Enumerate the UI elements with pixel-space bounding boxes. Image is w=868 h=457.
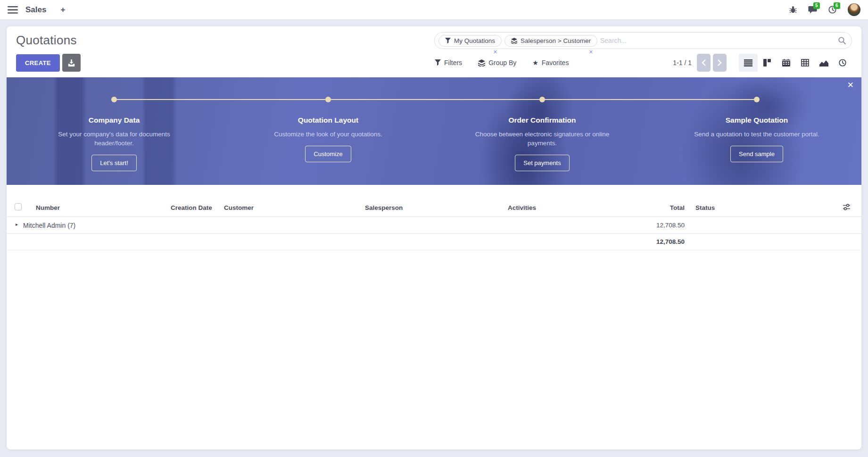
timeline-dot: [111, 97, 117, 102]
add-tab-icon[interactable]: +: [60, 5, 65, 15]
facet-remove-icon[interactable]: ✕: [589, 49, 593, 55]
search-icon[interactable]: [838, 37, 846, 44]
group-row-mitchell-admin[interactable]: ▸ Mitchell Admin (7) 12,708.50: [7, 217, 861, 234]
view-switcher: [739, 54, 852, 72]
group-total: 12,708.50: [656, 222, 685, 229]
search-facet-groupby[interactable]: Salesperson > Customer ✕: [504, 35, 597, 47]
filters-button[interactable]: Filters: [435, 59, 462, 66]
select-all-checkbox[interactable]: [15, 203, 22, 210]
filter-funnel-icon: [435, 59, 441, 66]
onboarding-timeline: [114, 99, 757, 100]
view-graph-icon[interactable]: [814, 54, 833, 72]
list-footer-row: 12,708.50: [7, 234, 861, 250]
facet-label: My Quotations: [454, 37, 495, 44]
filters-label: Filters: [444, 59, 462, 66]
step-title: Sample Quotation: [686, 116, 827, 125]
timeline-dot: [754, 97, 760, 102]
customize-button[interactable]: Customize: [305, 146, 351, 162]
import-button[interactable]: [62, 54, 81, 72]
column-header-number[interactable]: Number: [36, 204, 60, 211]
search-facet-my-quotations[interactable]: My Quotations ✕: [438, 35, 502, 47]
step-title: Company Data: [43, 116, 185, 125]
download-icon: [68, 59, 75, 66]
view-kanban-icon[interactable]: [758, 54, 777, 72]
step-description: Set your company's data for documents he…: [43, 130, 185, 148]
group-label: Mitchell Admin (7): [23, 222, 75, 229]
debug-bug-icon[interactable]: [789, 6, 797, 14]
lets-start-button[interactable]: Let's start!: [91, 155, 137, 171]
pager-previous-button[interactable]: [697, 54, 711, 72]
view-pivot-icon[interactable]: [795, 54, 814, 72]
timeline-dot: [325, 97, 331, 102]
onboarding-step-sample-quotation: Sample Quotation Send a quotation to tes…: [686, 116, 827, 162]
search-bar[interactable]: My Quotations ✕ Salesperson > Customer ✕: [434, 32, 852, 49]
layers-icon: [478, 59, 485, 66]
star-icon: ★: [532, 59, 538, 66]
banner-close-icon[interactable]: ✕: [847, 81, 854, 89]
quotations-list: Number Creation Date Customer Salesperso…: [7, 199, 861, 250]
main-content-card: Quotations My Quotations ✕ Salesperson >…: [7, 26, 861, 449]
onboarding-banner: ✕ Company Data Set your company's data f…: [7, 77, 861, 185]
list-header-row: Number Creation Date Customer Salesperso…: [7, 199, 861, 217]
messages-count-badge: 5: [813, 2, 820, 9]
create-button[interactable]: CREATE: [16, 54, 60, 72]
group-expand-caret-icon[interactable]: ▸: [16, 222, 18, 227]
send-sample-button[interactable]: Send sample: [730, 146, 783, 162]
facet-label: Salesperson > Customer: [521, 37, 591, 44]
footer-total: 12,708.50: [656, 238, 685, 245]
control-panel: Quotations My Quotations ✕ Salesperson >…: [7, 26, 861, 72]
optional-columns-icon[interactable]: [843, 204, 850, 210]
top-navbar: Sales + 5 6: [0, 0, 868, 19]
page-title: Quotations: [16, 33, 77, 48]
set-payments-button[interactable]: Set payments: [515, 155, 570, 171]
column-header-creation-date[interactable]: Creation Date: [171, 204, 212, 211]
favorites-label: Favorites: [542, 59, 569, 66]
facet-remove-icon[interactable]: ✕: [493, 49, 497, 55]
view-calendar-icon[interactable]: [777, 54, 795, 72]
step-description: Choose between electronic signatures or …: [471, 130, 613, 148]
step-title: Quotation Layout: [257, 116, 399, 125]
filter-funnel-icon: [445, 38, 451, 44]
pager-range: 1-1 / 1: [673, 59, 692, 66]
hamburger-menu-icon[interactable]: [8, 6, 18, 14]
pager: 1-1 / 1: [673, 54, 727, 72]
step-description: Customize the look of your quotations.: [257, 130, 399, 139]
column-header-customer[interactable]: Customer: [224, 204, 254, 211]
view-activity-icon[interactable]: [833, 54, 852, 72]
favorites-button[interactable]: ★ Favorites: [532, 59, 569, 66]
view-list-icon[interactable]: [739, 54, 758, 72]
pager-next-button[interactable]: [713, 54, 727, 72]
activities-clock-icon[interactable]: 6: [828, 6, 836, 14]
user-avatar[interactable]: [848, 3, 860, 16]
messages-icon[interactable]: 5: [808, 6, 817, 14]
layers-icon: [511, 38, 517, 44]
onboarding-step-quotation-layout: Quotation Layout Customize the look of y…: [257, 116, 399, 162]
column-header-activities[interactable]: Activities: [508, 204, 536, 211]
app-menu-sales[interactable]: Sales: [25, 5, 46, 15]
timeline-dot: [539, 97, 545, 102]
step-description: Send a quotation to test the customer po…: [686, 130, 827, 139]
step-title: Order Confirmation: [471, 116, 613, 125]
column-header-status[interactable]: Status: [695, 204, 715, 211]
onboarding-step-order-confirmation: Order Confirmation Choose between electr…: [471, 116, 613, 171]
onboarding-step-company-data: Company Data Set your company's data for…: [43, 116, 185, 171]
group-by-label: Group By: [488, 59, 516, 66]
search-input[interactable]: [600, 37, 835, 44]
activities-count-badge: 6: [834, 2, 840, 9]
group-by-button[interactable]: Group By: [478, 59, 516, 66]
column-header-salesperson[interactable]: Salesperson: [365, 204, 403, 211]
column-header-total[interactable]: Total: [670, 204, 685, 211]
